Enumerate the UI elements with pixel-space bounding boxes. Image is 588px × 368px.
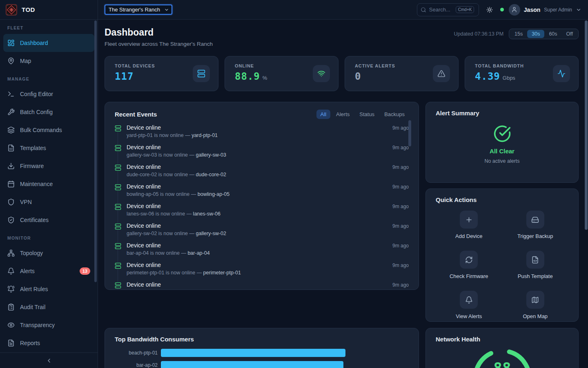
sidebar-collapse-button[interactable] [0, 352, 98, 368]
sidebar-item-bulk-commands[interactable]: Bulk Commands [3, 121, 94, 139]
sidebar-item-reports[interactable]: Reports [3, 334, 94, 352]
sidebar-item-transparency[interactable]: Transparency [3, 316, 94, 334]
content: Dashboard Fleet overview across The Stra… [98, 20, 588, 368]
bandwidth-chart: beach-ptp-01 bar-ap-02 [115, 349, 409, 368]
sidebar-item-dashboard[interactable]: Dashboard [3, 34, 94, 52]
event-row[interactable]: Device online lanes-sw-06 is now online … [115, 203, 409, 222]
theme-toggle-button[interactable] [484, 4, 495, 16]
sidebar-item-firmware[interactable]: Firmware [3, 157, 94, 175]
sidebar-item-batch-config[interactable]: Batch Config [3, 103, 94, 121]
event-title: Device online [127, 183, 409, 190]
event-message: lanes-sw-06 is now online — lanes-sw-06 [127, 211, 409, 217]
event-separator: — [187, 211, 192, 217]
sidebar-item-audit-trail[interactable]: Audit Trail [3, 298, 94, 316]
file-code-icon [531, 256, 539, 264]
sidebar-item-alert-rules[interactable]: Alert Rules [3, 280, 94, 298]
event-device: dude-core-02 [196, 172, 226, 177]
event-row[interactable]: Device online bar-ap-04 is now online — … [115, 242, 409, 262]
event-filter-alerts[interactable]: Alerts [332, 110, 354, 119]
sidebar-section-label: MONITOR [3, 236, 94, 240]
stat-card-active-alerts: ACTIVE ALERTS 0 [345, 56, 459, 91]
event-message: gallery-sw-03 is now online — gallery-sw… [127, 152, 409, 158]
quick-action-push-template[interactable]: Push Template [502, 251, 569, 279]
event-row[interactable]: Device online gallery-sw-02 is now onlin… [115, 222, 409, 242]
page-subtitle: Fleet overview across The Stranger's Ran… [105, 41, 213, 47]
event-title: Device online [127, 242, 409, 249]
bandwidth-bar [161, 349, 345, 357]
event-message: bar-ap-04 is now online — bar-ap-04 [127, 250, 409, 256]
sidebar-item-map[interactable]: Map [3, 52, 94, 70]
dashboard-grid: Recent Events AllAlertsStatusBackups Dev… [105, 102, 579, 368]
events-scrollbar[interactable] [408, 120, 411, 146]
quick-action-view-alerts[interactable]: View Alerts [436, 291, 502, 319]
quick-action-add-device[interactable]: Add Device [436, 211, 502, 239]
quick-actions-panel: Quick Actions Add Device Trigger Backup … [425, 188, 579, 322]
event-row[interactable]: Device online bowling-ap-05 is now onlin… [115, 183, 409, 203]
stat-value: 117 [115, 71, 134, 82]
bandwidth-device-label: beach-ptp-01 [115, 350, 158, 356]
check-circle-icon [493, 125, 511, 143]
stat-card-online: ONLINE 88.9 % [225, 56, 339, 91]
quick-action-trigger-backup[interactable]: Trigger Backup [502, 211, 569, 239]
network-health-panel: Network Health 88 [425, 328, 579, 368]
quick-action-open-map[interactable]: Open Map [502, 291, 569, 319]
refresh-option-30s[interactable]: 30s [527, 30, 544, 38]
event-time: 9m ago [392, 125, 409, 131]
event-filter-tabs: AllAlertsStatusBackups [316, 110, 409, 119]
quick-action-check-firmware[interactable]: Check Firmware [436, 251, 502, 279]
map-icon [531, 296, 539, 304]
search-box[interactable]: Cmd+K [417, 3, 479, 16]
sidebar-item-label: Firmware [20, 163, 44, 169]
refresh-option-off[interactable]: Off [562, 30, 577, 38]
event-row[interactable]: Device online 9m ago [115, 281, 409, 290]
events-list: Device online yard-ptp-01 is now online … [115, 124, 409, 290]
event-separator: — [185, 132, 190, 138]
event-row[interactable]: Device online dude-core-02 is now online… [115, 164, 409, 183]
event-filter-all[interactable]: All [316, 110, 330, 119]
refresh-option-15s[interactable]: 15s [510, 30, 527, 38]
quick-action-chip [526, 251, 544, 269]
device-icon [115, 125, 121, 132]
app-root: TOD FLEET Dashboard Map MANAGE Config Ed… [0, 0, 588, 368]
sidebar-scrollbar[interactable] [94, 20, 97, 282]
main-scrollbar[interactable] [585, 20, 588, 230]
sidebar-item-vpn[interactable]: VPN [3, 193, 94, 211]
event-title: Device online [127, 164, 409, 171]
device-icon [115, 282, 121, 289]
sidebar-header: TOD [0, 0, 98, 20]
event-row[interactable]: Device online perimeter-ptp-01 is now on… [115, 262, 409, 281]
search-shortcut-badge: Cmd+K [456, 6, 474, 13]
bandwidth-panel: Top Bandwidth Consumers beach-ptp-01 bar… [105, 328, 419, 368]
event-device: perimeter-ptp-01 [203, 270, 241, 276]
sidebar-item-templates[interactable]: Templates [3, 139, 94, 157]
search-input[interactable] [429, 7, 453, 13]
refresh-option-60s[interactable]: 60s [544, 30, 561, 38]
stat-value: 0 [355, 71, 361, 82]
network-health-gauge: 88 [470, 345, 535, 368]
user-menu[interactable]: Jason Super Admin [509, 4, 581, 16]
event-filter-backups[interactable]: Backups [380, 110, 409, 119]
sidebar-item-certificates[interactable]: Certificates [3, 211, 94, 229]
sidebar-nav: FLEET Dashboard Map MANAGE Config Editor… [0, 20, 98, 352]
sidebar-item-config-editor[interactable]: Config Editor [3, 85, 94, 103]
eye-icon [7, 321, 15, 329]
stat-icon-chip [553, 65, 570, 82]
sidebar-item-alerts[interactable]: Alerts 13 [3, 262, 94, 280]
sidebar-item-maintenance[interactable]: Maintenance [3, 175, 94, 193]
server-icon [115, 282, 121, 289]
event-row[interactable]: Device online gallery-sw-03 is now onlin… [115, 144, 409, 164]
site-selector[interactable]: The Stranger's Ranch [105, 4, 172, 15]
stat-icon-chip [313, 65, 330, 82]
event-row[interactable]: Device online yard-ptp-01 is now online … [115, 124, 409, 144]
event-time: 9m ago [392, 263, 409, 268]
page-head: Dashboard Fleet overview across The Stra… [105, 27, 579, 47]
quick-action-chip [526, 211, 544, 229]
site-selector-value: The Stranger's Ranch [109, 7, 160, 13]
event-title: Device online [127, 144, 409, 151]
sidebar-item-label: Map [20, 58, 31, 64]
page-title: Dashboard [105, 27, 213, 38]
sidebar-item-topology[interactable]: Topology [3, 244, 94, 262]
stat-card-total-devices: TOTAL DEVICES 117 [105, 56, 218, 91]
event-message: bowling-ap-05 is now online — bowling-ap… [127, 191, 409, 197]
event-filter-status[interactable]: Status [355, 110, 379, 119]
